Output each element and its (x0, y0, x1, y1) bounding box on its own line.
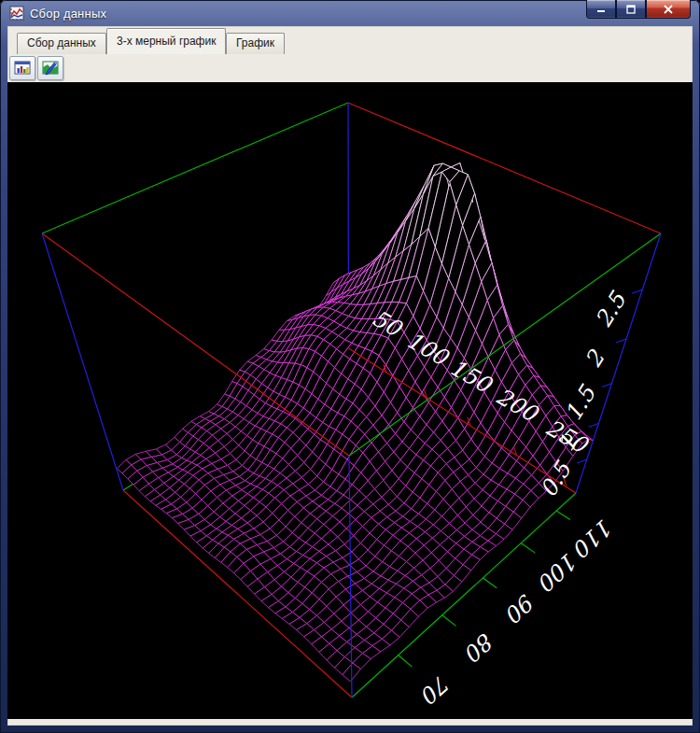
tab-3[interactable]: График (226, 33, 285, 54)
box-edge (441, 614, 455, 626)
minimize-icon (595, 5, 607, 14)
box-edge (483, 578, 497, 588)
app-chart-icon (9, 6, 24, 21)
x-axis-tick-label: 70 (415, 670, 455, 709)
x-axis-tick-label: 90 (500, 588, 540, 627)
box-edge (521, 543, 535, 553)
close-button[interactable] (646, 0, 691, 19)
window-title: Сбор данных (30, 7, 106, 21)
bar-chart-icon (14, 60, 31, 77)
x-axis-tick-label: 110 (567, 514, 618, 563)
tab-1[interactable]: Сбор данных (17, 33, 106, 54)
window-controls (586, 0, 691, 19)
close-icon (663, 5, 674, 14)
box-edge (556, 511, 570, 520)
box-edge (42, 233, 123, 490)
title-bar[interactable]: Сбор данных (0, 0, 700, 26)
chart-type-button[interactable] (9, 56, 35, 80)
maximize-icon (625, 5, 637, 14)
box-edge (42, 103, 348, 233)
app-window: Сбор данных Сбор данных3-х мерный графи (0, 0, 700, 733)
surface-plot-svg: 708090100110501001502002500.511.522.5 (7, 82, 693, 719)
tab-strip: Сбор данных3-х мерный графикГрафик (7, 26, 693, 54)
plot-area[interactable]: 708090100110501001502002500.511.522.5 (7, 82, 693, 719)
x-axis-tick-label: 100 (532, 547, 582, 597)
z-axis-tick-label: 2 (580, 345, 610, 373)
edit-chart-icon (42, 60, 59, 77)
minimize-button[interactable] (586, 0, 616, 19)
edit-chart-button[interactable] (37, 56, 63, 80)
box-edge (348, 103, 661, 233)
maximize-button[interactable] (616, 0, 646, 19)
client-area: Сбор данных3-х мерный графикГрафик (7, 26, 693, 726)
tab-2[interactable]: 3-х мерный график (106, 28, 226, 54)
box-edge (398, 655, 412, 667)
z-axis-tick-label: 2.5 (590, 287, 632, 332)
x-axis-tick-label: 80 (459, 627, 499, 667)
box-edge (632, 289, 642, 293)
toolbar (7, 54, 693, 82)
